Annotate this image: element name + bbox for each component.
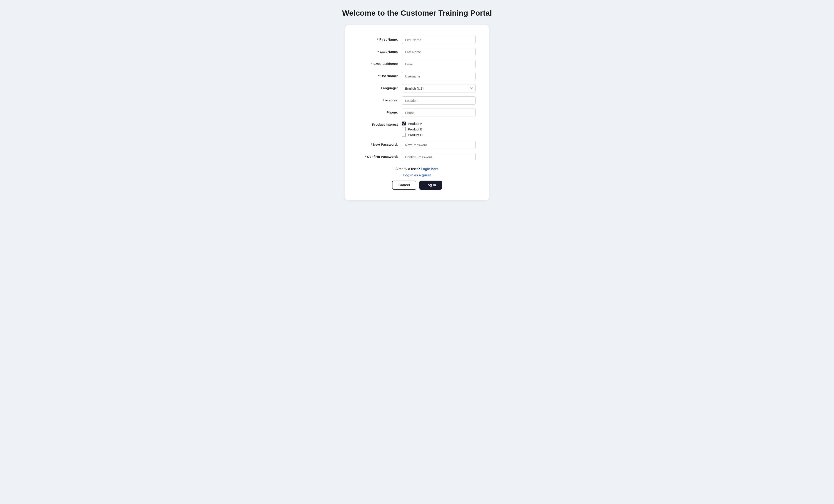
product-interest-col: Product A Product B Product C	[402, 121, 476, 137]
last-name-label: * Last Name:	[358, 48, 402, 53]
new-password-label: * New Password:	[358, 141, 402, 146]
product-b-checkbox[interactable]	[402, 127, 406, 131]
new-password-input[interactable]	[402, 141, 476, 149]
last-name-row: * Last Name:	[358, 48, 476, 56]
product-a-row: Product A	[402, 121, 476, 125]
language-select[interactable]: English (US) Spanish French German	[402, 84, 476, 92]
username-label: * Username:	[358, 72, 402, 78]
new-password-row: * New Password:	[358, 141, 476, 149]
email-label: * Email Address:	[358, 60, 402, 66]
email-row: * Email Address:	[358, 60, 476, 68]
username-input[interactable]	[402, 72, 476, 80]
phone-row: Phone:	[358, 109, 476, 117]
first-name-input[interactable]	[402, 36, 476, 44]
product-interest-label: Product Interest	[358, 121, 402, 127]
product-c-row: Product C	[402, 133, 476, 137]
product-c-checkbox[interactable]	[402, 133, 406, 137]
phone-input[interactable]	[402, 109, 476, 117]
confirm-password-input[interactable]	[402, 153, 476, 161]
already-user-static: Already a user?	[395, 167, 420, 171]
location-input[interactable]	[402, 96, 476, 105]
product-b-label: Product B	[408, 128, 422, 131]
footer-section: Already a user? Login here Log in as a g…	[358, 167, 476, 190]
registration-form-card: * First Name: * Last Name: * Email Addre…	[345, 25, 489, 200]
confirm-password-label: * Confirm Password:	[358, 153, 402, 159]
login-button[interactable]: Log In	[419, 181, 442, 190]
username-row: * Username:	[358, 72, 476, 80]
product-interest-row: Product Interest Product A Product B Pro…	[358, 121, 476, 137]
location-label: Location:	[358, 96, 402, 102]
product-a-checkbox[interactable]	[402, 121, 406, 125]
email-input[interactable]	[402, 60, 476, 68]
already-user-text: Already a user? Login here	[395, 167, 439, 171]
location-row: Location:	[358, 96, 476, 105]
confirm-password-row: * Confirm Password:	[358, 153, 476, 161]
first-name-row: * First Name:	[358, 36, 476, 44]
phone-label: Phone:	[358, 109, 402, 114]
first-name-label: * First Name:	[358, 36, 402, 42]
guest-login-link[interactable]: Log in as a guest	[403, 173, 431, 177]
page-title: Welcome to the Customer Training Portal	[342, 9, 492, 17]
login-here-link[interactable]: Login here	[421, 167, 439, 171]
language-label: Language:	[358, 84, 402, 90]
cancel-button[interactable]: Cancel	[392, 181, 416, 190]
last-name-input[interactable]	[402, 48, 476, 56]
product-a-label: Product A	[408, 122, 422, 125]
language-row: Language: English (US) Spanish French Ge…	[358, 84, 476, 92]
product-b-row: Product B	[402, 127, 476, 131]
button-row: Cancel Log In	[392, 181, 442, 190]
product-c-label: Product C	[408, 133, 423, 137]
